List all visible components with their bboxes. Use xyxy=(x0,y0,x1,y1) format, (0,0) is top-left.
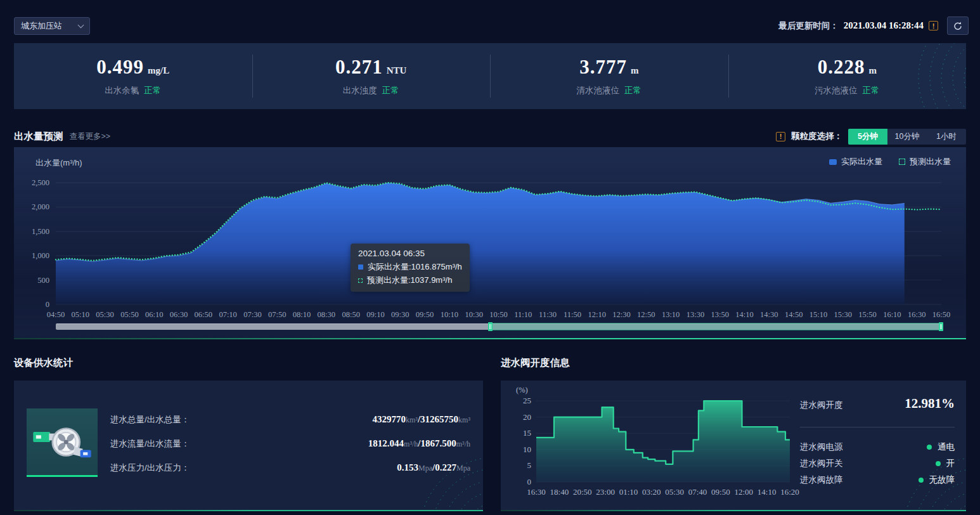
valve-info-column: 进水阀开度 12.981% 进水阀电源 通电 进水阀开关 开 进水阀故障 无故障 xyxy=(800,396,955,488)
outflow-area-chart[interactable]: 05001,0001,5002,0002,50004:5005:1005:300… xyxy=(14,147,966,320)
legend-actual-label: 实际出水量 xyxy=(841,156,882,167)
legend-actual[interactable]: 实际出水量 xyxy=(829,156,882,167)
svg-text:2,000: 2,000 xyxy=(32,202,49,211)
svg-text:12:30: 12:30 xyxy=(612,310,630,319)
svg-text:1,500: 1,500 xyxy=(32,227,49,236)
status-badge: 正常 xyxy=(382,86,399,95)
legend-predicted[interactable]: 预测出水量 xyxy=(899,156,951,167)
svg-text:04:50: 04:50 xyxy=(47,310,65,319)
svg-text:20: 20 xyxy=(523,412,531,422)
kpi-stats-band: 0.499mg/L 出水余氯正常 0.271NTU 出水浊度正常 3.777m … xyxy=(14,43,966,109)
svg-text:10:30: 10:30 xyxy=(465,310,482,319)
datazoom-right-handle[interactable] xyxy=(939,322,943,331)
supply-stats-title: 设备供水统计 xyxy=(14,356,73,370)
last-update-group: 最后更新时间： 2021.03.04 16:28:44 xyxy=(778,16,969,35)
svg-text:11:10: 11:10 xyxy=(514,310,532,319)
svg-text:06:50: 06:50 xyxy=(195,310,212,319)
tooltip-actual-marker xyxy=(358,264,363,270)
valve-opening-label: 进水阀开度 xyxy=(800,400,843,411)
tooltip-predicted-marker xyxy=(358,278,363,283)
outflow-forecast-chart-panel: 出水量(m³/h) 实际出水量 预测出水量 05001,0001,5002,00… xyxy=(14,147,966,339)
svg-text:12:00: 12:00 xyxy=(734,487,753,497)
svg-text:16:10: 16:10 xyxy=(883,310,901,319)
svg-text:09:50: 09:50 xyxy=(711,487,730,497)
valve-info-title: 进水阀开度信息 xyxy=(501,356,570,370)
pump-station-dashboard: 城东加压站 最后更新时间： 2021.03.04 16:28:44 0.499m… xyxy=(0,0,980,515)
granularity-1hour[interactable]: 1小时 xyxy=(927,129,966,145)
svg-text:13:30: 13:30 xyxy=(687,310,704,319)
svg-text:05:30: 05:30 xyxy=(96,310,113,319)
svg-text:14:10: 14:10 xyxy=(735,310,753,319)
stat-label: 出水浊度 xyxy=(343,86,377,95)
svg-text:15: 15 xyxy=(523,428,531,438)
svg-text:15:50: 15:50 xyxy=(858,310,876,319)
svg-text:2,500: 2,500 xyxy=(32,178,49,187)
svg-text:14:10: 14:10 xyxy=(758,487,777,497)
valve-power-row: 进水阀电源 通电 xyxy=(800,439,955,455)
svg-text:07:10: 07:10 xyxy=(219,310,236,319)
svg-text:12:50: 12:50 xyxy=(637,310,655,319)
datazoom-selected-range[interactable] xyxy=(490,323,941,330)
svg-text:20:50: 20:50 xyxy=(573,487,592,497)
device-supply-panel: 进水总量/出水总量： 4329770km³/31265750km³ 进水流量/出… xyxy=(14,381,483,511)
legend-predicted-label: 预测出水量 xyxy=(910,156,951,167)
chart-tooltip: 2021.03.04 06:35 实际出水量:1016.875m³/h 预测出水… xyxy=(351,244,470,292)
svg-text:10:50: 10:50 xyxy=(489,310,507,319)
stat-value: 0.499 xyxy=(96,56,144,78)
stat-label: 清水池液位 xyxy=(577,86,620,95)
status-value: 无故障 xyxy=(929,474,955,486)
stat-sewage-tank-level: 0.228m 污水池液位正常 xyxy=(728,43,967,109)
last-update-value: 2021.03.04 16:28:44 xyxy=(844,20,924,31)
status-dot xyxy=(936,461,941,466)
inlet-valve-panel: (%) 051015202516:3018:4020:5023:0001:100… xyxy=(501,381,966,511)
svg-text:05:50: 05:50 xyxy=(120,310,138,319)
svg-text:16:20: 16:20 xyxy=(780,487,799,497)
stat-residual-chlorine: 0.499mg/L 出水余氯正常 xyxy=(14,43,252,109)
see-more-link[interactable]: 查看更多>> xyxy=(70,131,111,142)
station-select-value: 城东加压站 xyxy=(21,20,62,32)
svg-text:08:10: 08:10 xyxy=(293,310,311,319)
warning-icon[interactable] xyxy=(776,132,785,141)
stat-turbidity: 0.271NTU 出水浊度正常 xyxy=(252,43,491,109)
row-value: 0.153Mpa/0.227Mpa xyxy=(397,462,470,473)
svg-text:07:40: 07:40 xyxy=(688,487,707,497)
svg-text:1,000: 1,000 xyxy=(32,251,49,260)
status-label: 进水阀故障 xyxy=(800,474,843,486)
stat-unit: m xyxy=(631,65,639,75)
svg-text:09:30: 09:30 xyxy=(391,310,409,319)
svg-text:06:30: 06:30 xyxy=(170,310,188,319)
stat-value: 0.271 xyxy=(335,56,383,78)
svg-text:10: 10 xyxy=(523,445,531,454)
svg-text:16:30: 16:30 xyxy=(527,487,546,497)
svg-text:10:10: 10:10 xyxy=(441,310,458,319)
svg-text:18:40: 18:40 xyxy=(550,487,569,497)
valve-step-chart[interactable]: 051015202516:3018:4020:5023:0001:1003:20… xyxy=(506,382,810,509)
datazoom-left-handle[interactable] xyxy=(488,322,493,331)
chart-legend: 实际出水量 预测出水量 xyxy=(829,156,951,167)
granularity-10min[interactable]: 10分钟 xyxy=(887,129,927,145)
svg-text:09:50: 09:50 xyxy=(416,310,434,319)
row-label: 进水流量/出水流量： xyxy=(110,438,190,450)
svg-text:0: 0 xyxy=(46,300,49,309)
granularity-5min[interactable]: 5分钟 xyxy=(848,129,887,145)
pump-icon xyxy=(30,415,94,469)
svg-text:06:10: 06:10 xyxy=(145,310,163,319)
status-value: 通电 xyxy=(938,441,955,453)
status-badge: 正常 xyxy=(144,86,161,95)
datazoom-slider[interactable] xyxy=(56,323,941,330)
tooltip-actual-value: 实际出水量:1016.875m³/h xyxy=(368,261,462,273)
refresh-icon xyxy=(953,21,963,31)
svg-text:12:10: 12:10 xyxy=(588,310,605,319)
legend-actual-marker xyxy=(829,159,837,165)
row-value: 4329770km³/31265750km³ xyxy=(372,414,470,425)
refresh-button[interactable] xyxy=(947,16,969,35)
row-value: 1812.044m³/h/1867.500m³/h xyxy=(368,438,470,449)
svg-text:500: 500 xyxy=(37,276,49,285)
station-select[interactable]: 城东加压站 xyxy=(14,17,90,35)
forecast-title: 出水量预测 xyxy=(14,130,63,143)
status-badge: 正常 xyxy=(624,86,642,95)
svg-text:0: 0 xyxy=(527,477,532,486)
svg-text:11:50: 11:50 xyxy=(564,310,581,319)
legend-predicted-marker xyxy=(899,159,905,165)
warning-icon[interactable] xyxy=(929,21,938,30)
